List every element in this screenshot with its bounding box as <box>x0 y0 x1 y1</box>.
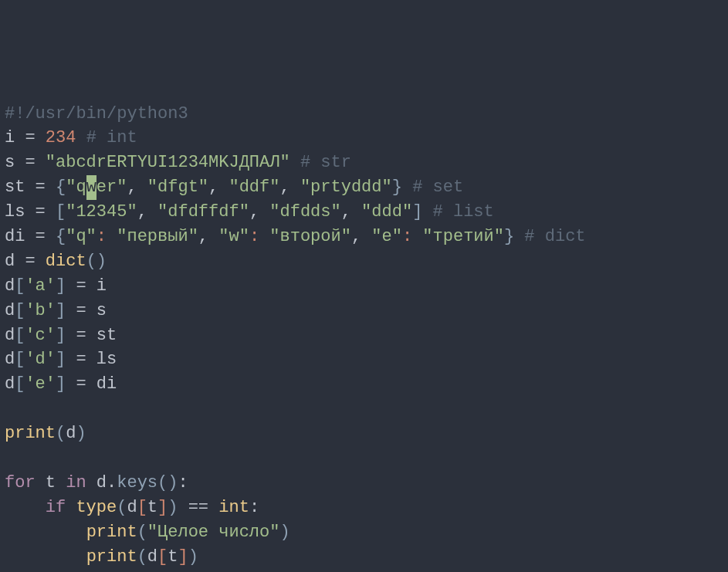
brace-close: } <box>504 227 514 246</box>
string-literal: "abcdrERTYUI1234MKJДПАЛ" <box>46 153 290 172</box>
var-d: d <box>5 252 15 271</box>
code-line-16: for t in d.keys(): <box>5 471 723 496</box>
code-line-10: d['c'] = st <box>5 323 723 348</box>
in-keyword: in <box>66 473 86 492</box>
bracket-close: ] <box>412 202 422 222</box>
print-call: print <box>5 424 56 443</box>
code-line-19: print(d[t]) <box>5 545 723 570</box>
code-line-5: ls = ["12345", "dfdffdf", "dfdds", "ddd"… <box>5 200 723 225</box>
for-keyword: for <box>5 473 36 492</box>
code-line-2: i = 234 # int <box>5 126 723 151</box>
type-call: type <box>76 498 117 517</box>
code-line-1: #!/usr/bin/python3 <box>5 102 723 127</box>
comment-list: # list <box>433 202 494 222</box>
num-234: 234 <box>46 128 76 147</box>
print-call: print <box>86 523 137 542</box>
text-cursor: w <box>86 175 97 200</box>
dict-call: dict <box>46 252 86 271</box>
var-ls: ls <box>5 202 25 222</box>
code-line-7: d = dict() <box>5 249 723 274</box>
print-call: print <box>86 547 137 567</box>
brace-close: } <box>392 178 402 197</box>
code-line-6: di = {"q": "первый", "w": "второй", "e":… <box>5 225 723 249</box>
brace-open: { <box>56 227 66 246</box>
code-line-14: print(d) <box>5 421 723 446</box>
var-s: s <box>5 153 15 172</box>
code-line-17: if type(d[t]) == int: <box>5 496 723 520</box>
code-line-12: d['e'] = di <box>5 372 723 397</box>
if-keyword: if <box>46 498 66 517</box>
code-line-9: d['b'] = s <box>5 299 723 323</box>
code-line-8: d['a'] = i <box>5 274 723 299</box>
bracket-open: [ <box>56 202 66 222</box>
brace-open: { <box>56 178 66 197</box>
var-st: st <box>5 178 25 197</box>
var-i: i <box>5 128 15 147</box>
code-line-4: st = {"qwer", "dfgt", "ddf", "prtyddd"} … <box>5 175 723 200</box>
int-type: int <box>218 498 249 517</box>
code-line-20: elif type(d[t]) == str: <box>5 569 723 572</box>
keys-method: keys <box>117 473 157 492</box>
comment-int: # int <box>86 128 137 147</box>
comment-dict: # dict <box>524 227 585 246</box>
shebang: #!/usr/bin/python3 <box>5 104 188 124</box>
comment-set: # set <box>412 178 463 197</box>
var-di: di <box>5 227 25 246</box>
code-editor[interactable]: #!/usr/bin/python3i = 234 # ints = "abcd… <box>5 102 723 572</box>
code-line-18: print("Целое число") <box>5 520 723 545</box>
code-line-3: s = "abcdrERTYUI1234MKJДПАЛ" # str <box>5 151 723 175</box>
code-line-11: d['d'] = ls <box>5 347 723 372</box>
code-line-15 <box>5 446 723 471</box>
comment-str: # str <box>300 153 351 172</box>
code-line-13 <box>5 397 723 421</box>
